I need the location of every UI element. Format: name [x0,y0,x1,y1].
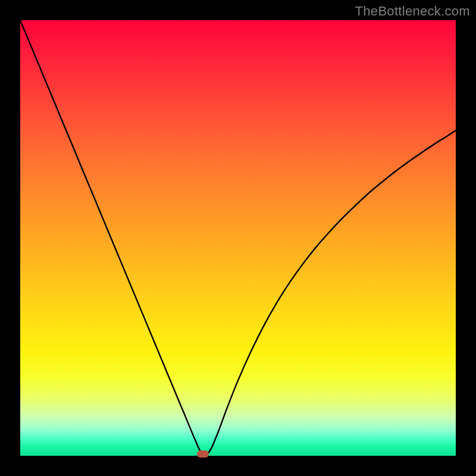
chart-frame: TheBottleneck.com [0,0,476,476]
optimal-point-marker [197,450,209,458]
watermark-text: TheBottleneck.com [355,4,470,19]
bottleneck-curve [20,20,456,456]
gradient-plot-area [20,20,456,456]
